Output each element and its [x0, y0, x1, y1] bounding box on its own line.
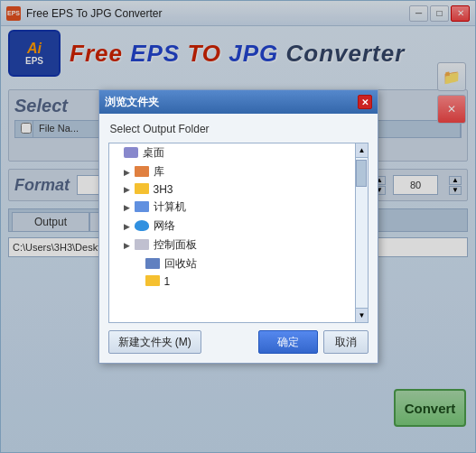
- recycle-icon: [145, 258, 162, 271]
- tree-item-computer[interactable]: ▶ 计算机: [109, 198, 355, 217]
- desktop-icon: [124, 147, 140, 160]
- expander-network: ▶: [124, 222, 135, 231]
- tree-item-desktop[interactable]: 桌面: [109, 143, 355, 162]
- browse-folder-dialog: 浏览文件夹 ✕ Select Output Folder: [98, 89, 378, 364]
- expander-computer: ▶: [124, 203, 135, 212]
- controlpanel-icon: [135, 239, 151, 252]
- folder-1-icon: [145, 275, 162, 288]
- expander-controlpanel: ▶: [124, 241, 135, 250]
- label-computer: 计算机: [154, 199, 351, 215]
- tree-item-network[interactable]: ▶ 网络: [109, 217, 355, 236]
- tree-scroll-track: [356, 158, 368, 308]
- label-controlpanel: 控制面板: [154, 237, 351, 253]
- tree-item-controlpanel[interactable]: ▶ 控制面板: [109, 236, 355, 254]
- dialog-title-bar: 浏览文件夹 ✕: [99, 90, 378, 114]
- folder-tree: 桌面 ▶ 库 ▶: [108, 143, 369, 323]
- main-window: EPS Free EPS To JPG Converter ─ □ ✕ Ai E…: [0, 0, 476, 453]
- tree-item-1[interactable]: 1: [109, 273, 355, 290]
- network-icon: [135, 220, 151, 233]
- label-library: 库: [154, 164, 351, 180]
- label-3h3: 3H3: [154, 183, 351, 196]
- library-icon: [135, 166, 151, 179]
- tree-item-3h3[interactable]: ▶ 3H3: [109, 181, 355, 198]
- expander-3h3: ▶: [124, 185, 135, 194]
- computer-icon: [135, 201, 151, 214]
- tree-scroll-down[interactable]: ▼: [356, 308, 369, 322]
- dialog-body: Select Output Folder 桌面: [99, 114, 378, 363]
- ok-button[interactable]: 确定: [258, 330, 318, 354]
- dialog-overlay: 浏览文件夹 ✕ Select Output Folder: [1, 1, 475, 452]
- tree-scrollbar: ▲ ▼: [355, 143, 368, 322]
- label-desktop: 桌面: [143, 145, 351, 161]
- dialog-header-text: Select Output Folder: [108, 123, 369, 135]
- label-1: 1: [164, 275, 351, 288]
- label-network: 网络: [154, 218, 351, 234]
- tree-item-library[interactable]: ▶ 库: [109, 162, 355, 181]
- label-recycle: 回收站: [164, 256, 351, 272]
- dialog-title: 浏览文件夹: [105, 95, 358, 110]
- dialog-buttons: 新建文件夹 (M) 确定 取消: [108, 330, 369, 354]
- dialog-close-button[interactable]: ✕: [358, 95, 372, 109]
- cancel-button[interactable]: 取消: [323, 330, 369, 354]
- new-folder-button[interactable]: 新建文件夹 (M): [108, 330, 201, 354]
- user-icon: [135, 183, 151, 196]
- tree-scroll-up[interactable]: ▲: [356, 143, 369, 158]
- expander-library: ▶: [124, 168, 135, 177]
- confirm-cancel-buttons: 确定 取消: [258, 330, 369, 354]
- tree-item-recycle[interactable]: 回收站: [109, 254, 355, 273]
- tree-scroll-thumb[interactable]: [356, 160, 367, 187]
